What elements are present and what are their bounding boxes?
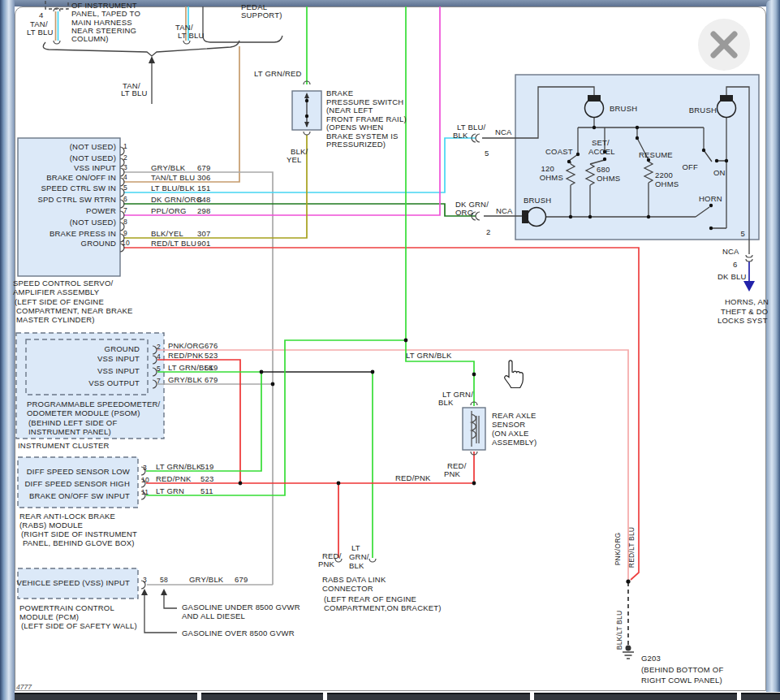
callout-line: PANEL, TAPED TO <box>71 9 140 18</box>
wire-gauge: 676 <box>205 341 218 350</box>
pcm-caption: (LEFT SIDE OF SAFETY WALL) <box>21 621 137 630</box>
on-label: ON <box>713 168 726 177</box>
pin-number: 5 <box>741 229 745 238</box>
close-button[interactable] <box>698 19 750 71</box>
wire-color: LT GRN/BLK <box>156 462 202 471</box>
wire-label: RED/PNK <box>395 473 431 482</box>
psom-caption: ODOMETER MODULE (PSOM) <box>27 408 140 417</box>
pin-number: 3 <box>143 576 147 584</box>
wire-red-lt-blu-901 <box>123 248 639 580</box>
wire-label: BLK <box>349 561 364 570</box>
set-accel-label: ACCEL <box>588 147 615 156</box>
wire-gauge: 306 <box>197 173 210 182</box>
wire-color: RED/LT BLU <box>151 239 196 248</box>
destination-label: THEFT & DO <box>721 307 768 316</box>
wire-label-vertical: PNK/ORG <box>614 533 622 566</box>
pcm-caption: MODULE (PCM) <box>19 612 79 621</box>
wire-color: LT GRN <box>156 486 184 495</box>
wire-gauge: 679 <box>197 163 210 172</box>
pcm-note-leaders <box>144 595 177 633</box>
wire-label: LT BLU <box>121 89 148 97</box>
rabs-caption: PANEL, BEHIND GLOVE BOX) <box>23 538 135 547</box>
coast-label: COAST <box>545 147 573 156</box>
resistor-label: 120 <box>541 164 554 173</box>
pin-number: 2 <box>123 153 127 162</box>
psom-caption: INSTRUMENT PANEL) <box>28 427 111 436</box>
pcm-arrow-icon <box>141 589 148 595</box>
wire-color: TAN/LT BLU <box>151 173 195 182</box>
resistor-label: OHMS <box>540 173 563 182</box>
brake-switch-caption: BRAKE <box>326 89 353 97</box>
wiring-diagram: OF INSTRUMENT PANEL, TAPED TO MAIN HARNE… <box>0 0 780 700</box>
pin-label: (NOT USED) <box>70 153 116 162</box>
wire-label: LT <box>351 543 360 552</box>
brake-switch-caption: BRAKE SYSTEM IS <box>326 132 399 140</box>
hand-cursor-icon <box>505 361 524 388</box>
sensor-caption: (ON AXLE <box>492 429 528 438</box>
wire-label: GRN/ <box>349 552 369 561</box>
pin-label: VSS INPUT <box>74 163 116 172</box>
rabs-caption: REAR ANTI-LOCK BRAKE <box>19 512 115 521</box>
wire-gauge: 519 <box>205 363 218 372</box>
wire-color: GRY/BLK <box>189 575 224 584</box>
pin-number: 7 <box>157 377 161 385</box>
pin-label: VSS OUTPUT <box>88 378 140 387</box>
wire-gauge: 523 <box>200 474 213 483</box>
pin-number: 2 <box>486 227 490 236</box>
pin-number: 58 <box>160 576 168 584</box>
pin-number: 6 <box>123 195 127 203</box>
pin-number: 4 <box>157 352 161 361</box>
wire-gauge: 151 <box>197 184 210 192</box>
brake-switch-caption: FRONT FRAME RAIL) <box>326 115 407 123</box>
wire-color: GRY/BLK <box>168 375 203 384</box>
pin-number: 4 <box>39 11 43 19</box>
pin-number: 7 <box>123 206 127 214</box>
psom-caption: PROGRAMMABLE SPEEDOMETER/ <box>27 400 161 408</box>
gvwr-note: GASOLINE UNDER 8500 GVWR <box>182 603 300 611</box>
pin-number: 5 <box>123 184 127 192</box>
wire-gauge: 848 <box>197 195 210 204</box>
servo-caption: SPEED CONTROL SERVO/ <box>13 279 113 287</box>
sensor-caption: REAR AXLE <box>492 411 537 420</box>
dlc-caption: (LEFT REAR OF ENGINE <box>324 594 416 603</box>
wire-color: RED/PNK <box>168 351 204 360</box>
servo-caption: COMPARTMENT, NEAR BRAKE <box>16 306 133 315</box>
pin-number: 3 <box>123 163 127 171</box>
wire-gauge: 679 <box>205 375 218 384</box>
pin-number: 9 <box>123 229 127 237</box>
pin-number: 10 <box>141 476 149 484</box>
pcm-caption: POWERTRAIN CONTROL <box>19 603 114 612</box>
nca-label: NCA <box>496 206 513 215</box>
pin-label: SPD CTRL SW RTRN <box>37 195 116 204</box>
wire-gauge: 511 <box>200 486 213 495</box>
ground-symbol-g203 <box>623 646 634 659</box>
brake-switch-caption: PRESSURE SWITCH <box>326 97 403 106</box>
brush-label: BRUSH <box>689 106 717 115</box>
rabs-caption: (RIGHT SIDE OF INSTRUMENT <box>21 529 137 538</box>
pin-number: 4 <box>123 173 127 181</box>
dlc-caption: COMPARTMENT,ON BRACKET) <box>324 603 442 612</box>
wire-label: LT BLU <box>27 28 54 37</box>
pin-number: 5 <box>485 149 489 158</box>
pin-label: GROUND <box>105 344 140 353</box>
wire-label: LT BLU <box>178 31 205 40</box>
pin-number: 6 <box>733 260 737 269</box>
dk-blu-arrow-icon <box>743 281 755 292</box>
destination-label: HORNS, AN <box>725 297 769 306</box>
wire-gauge: 298 <box>197 206 210 215</box>
wire-label-vertical: BLK/LT BLU <box>615 611 623 650</box>
nca-label: NCA <box>722 247 739 256</box>
gvwr-note: GASOLINE OVER 8500 GVWR <box>182 629 295 637</box>
destination-label: LOCKS SYST <box>718 316 768 325</box>
dlc-caption: RABS DATA LINK <box>322 575 386 584</box>
pin-label: (NOT USED) <box>70 142 116 151</box>
g203-caption: (BEHIND BOTTOM OF <box>641 665 723 674</box>
resume-label: RESUME <box>639 150 673 159</box>
page-number: 4777 <box>16 683 32 691</box>
wire-label: BLK <box>453 131 468 140</box>
wire-color: PNK/ORG <box>168 341 205 350</box>
brake-switch-caption: (NEAR LEFT <box>326 106 373 115</box>
wire-label: ORG <box>455 208 473 217</box>
wire-gauge: 679 <box>235 575 248 584</box>
pin-number: 2 <box>157 343 161 351</box>
